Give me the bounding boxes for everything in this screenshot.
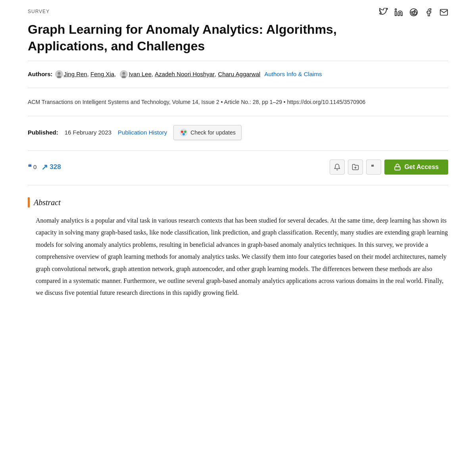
facebook-icon[interactable] — [424, 8, 433, 20]
abstract-title: Abstract — [34, 196, 61, 208]
author-jing-ren[interactable]: Jing Ren — [64, 70, 87, 79]
lock-icon — [394, 163, 401, 171]
author-azadeh[interactable]: Azadeh Noori Hoshyar — [155, 70, 215, 79]
get-access-button[interactable]: Get Access — [384, 160, 448, 175]
author-icon-1 — [55, 70, 63, 78]
doi-link[interactable]: https://doi.org/10.1145/3570906 — [287, 99, 366, 105]
svg-point-1 — [395, 9, 397, 10]
citations-count: 0 — [33, 163, 36, 172]
check-updates-button[interactable]: Check for updates — [173, 125, 242, 140]
abstract-section: Abstract Anomaly analytics is a popular … — [28, 190, 448, 299]
trend-count: 328 — [50, 162, 61, 172]
published-row: Published: 16 February 2023 Publication … — [28, 121, 448, 146]
survey-label: SURVEY — [28, 8, 50, 15]
alert-button[interactable] — [330, 160, 345, 175]
reddit-icon[interactable] — [409, 8, 418, 20]
email-icon[interactable] — [440, 8, 448, 20]
svg-text:❝: ❝ — [371, 164, 374, 170]
authors-divider — [28, 88, 448, 88]
page-container: SURVEY — [20, 0, 456, 315]
abstract-text: Anomaly analytics is a popular and vital… — [28, 215, 448, 299]
svg-point-3 — [413, 12, 413, 13]
metrics-left: ❝ 0 ↗ 328 — [28, 161, 61, 173]
svg-point-14 — [181, 131, 183, 133]
linkedin-icon[interactable] — [394, 8, 403, 20]
svg-point-15 — [184, 131, 186, 133]
twitter-icon[interactable] — [379, 8, 388, 20]
svg-rect-0 — [395, 11, 397, 15]
comma-4: , — [215, 70, 218, 79]
title-divider — [28, 61, 448, 61]
metrics-access-row: ❝ 0 ↗ 328 — [28, 156, 448, 180]
svg-line-6 — [414, 10, 414, 12]
comma-3: , — [152, 70, 155, 79]
comma-2: , — [114, 70, 117, 79]
author-feng-xia[interactable]: Feng Xia — [90, 70, 114, 79]
svg-point-16 — [182, 133, 185, 135]
cite-button[interactable]: ❝ — [366, 160, 381, 175]
svg-point-5 — [415, 10, 415, 11]
comma-1: , — [87, 70, 90, 79]
check-updates-icon — [179, 128, 188, 137]
published-divider — [28, 150, 448, 151]
abstract-bar — [28, 197, 30, 208]
access-tools: ❝ Get Access — [330, 160, 448, 175]
save-button[interactable] — [348, 160, 363, 175]
svg-rect-20 — [395, 167, 401, 170]
author-charu[interactable]: Charu Aggarwal — [218, 70, 261, 79]
social-bar — [379, 8, 448, 20]
metrics-divider — [28, 185, 448, 185]
publication-info: ACM Transactions on Intelligent Systems … — [28, 93, 448, 111]
trend-block: ↗ 328 — [41, 161, 61, 173]
published-label: Published: — [28, 128, 58, 137]
pub-info-divider — [28, 116, 448, 116]
trend-arrow-icon: ↗ — [41, 161, 48, 173]
publication-history-link[interactable]: Publication History — [118, 128, 167, 137]
svg-point-11 — [123, 72, 125, 75]
authors-label: Authors: — [28, 70, 53, 79]
citation-quote-icon: ❝ — [28, 162, 32, 173]
published-date: 16 February 2023 — [65, 128, 111, 137]
top-row: SURVEY — [28, 8, 448, 21]
get-access-label: Get Access — [404, 163, 439, 171]
author-icon-2 — [120, 70, 128, 78]
article-title: Graph Learning for Anomaly Analytics: Al… — [28, 21, 385, 54]
author-ivan-lee[interactable]: Ivan Lee — [129, 70, 152, 79]
svg-point-4 — [415, 12, 415, 13]
abstract-header: Abstract — [28, 196, 448, 208]
author-group-2: Ivan Lee , Azadeh Noori Hoshyar , Charu … — [120, 70, 262, 79]
folder-add-icon — [352, 163, 359, 171]
authors-info-link[interactable]: Authors Info & Claims — [265, 70, 322, 79]
citations-block: ❝ 0 — [28, 162, 36, 173]
cite-icon: ❝ — [370, 163, 377, 171]
bell-icon — [334, 163, 341, 171]
author-group-1: Jing Ren , Feng Xia , — [55, 70, 118, 79]
check-updates-label: Check for updates — [190, 129, 236, 136]
authors-row: Authors: Jing Ren , Feng Xia , — [28, 66, 448, 83]
svg-point-8 — [58, 72, 60, 75]
